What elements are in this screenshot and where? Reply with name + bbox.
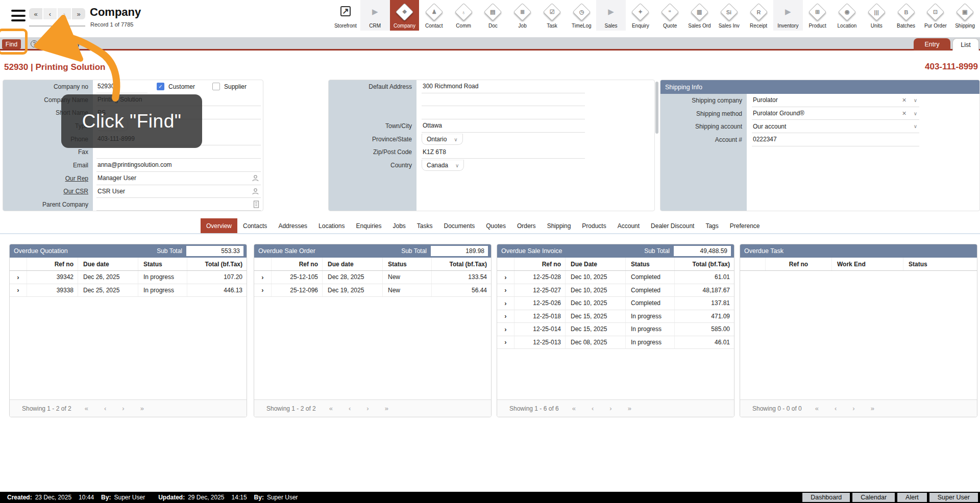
page-first-button[interactable]: « <box>572 405 576 412</box>
table-row[interactable]: ›39338Dec 25, 2025In progress446.13 <box>10 284 247 297</box>
page-prev-button[interactable]: ‹ <box>835 405 837 412</box>
page-prev-button[interactable]: ‹ <box>104 405 106 412</box>
app-doc[interactable]: ▤Doc <box>478 0 508 31</box>
app-task[interactable]: ☑Task <box>537 0 567 31</box>
page-next-button[interactable]: › <box>122 405 124 412</box>
table-row[interactable]: ›12-25-028Dec 10, 2025Completed61.01 <box>497 271 734 284</box>
app-location[interactable]: ◉Location <box>832 0 862 31</box>
search-history[interactable]: ? Search history <box>31 40 80 47</box>
tab-documents[interactable]: Documents <box>438 218 481 233</box>
address-line2-field[interactable] <box>422 93 585 107</box>
page-next-button[interactable]: › <box>852 405 854 412</box>
tab-tags[interactable]: Tags <box>700 218 724 233</box>
table-row[interactable]: ›12-25-026Dec 10, 2025Completed137.81 <box>497 297 734 310</box>
page-first-button[interactable]: « <box>329 405 333 412</box>
tab-dealer-discount[interactable]: Dealer Discount <box>645 218 700 233</box>
table-row[interactable]: ›12-25-018Dec 15, 2025In progress471.09 <box>497 310 734 323</box>
page-last-button[interactable]: » <box>628 405 631 412</box>
expand-row-icon[interactable]: › <box>17 286 19 294</box>
expand-row-icon[interactable]: › <box>504 338 506 346</box>
app-inventory[interactable]: ▶Inventory <box>773 0 803 31</box>
clear-icon[interactable]: × <box>902 109 906 117</box>
next-record-button[interactable]: › <box>58 8 71 19</box>
company-no-field[interactable]: 52930 <box>96 80 148 93</box>
page-first-button[interactable]: « <box>815 405 819 412</box>
tab-contacts[interactable]: Contacts <box>237 218 273 233</box>
chevron-down-icon[interactable]: ∨ <box>914 123 917 129</box>
expand-row-icon[interactable]: › <box>504 286 506 294</box>
chevron-down-icon[interactable]: ∨ <box>914 111 917 116</box>
table-row[interactable]: ›39342Dec 26, 2025In progress107.20 <box>10 271 247 284</box>
app-company[interactable]: ❖Company <box>390 0 420 31</box>
dashboard-button[interactable]: Dashboard <box>802 493 850 502</box>
tab-overview[interactable]: Overview <box>201 218 237 233</box>
previous-record-button[interactable]: ‹ <box>43 8 57 19</box>
customer-checkbox[interactable]: ✓ <box>157 83 164 90</box>
clear-icon[interactable]: × <box>902 96 906 104</box>
our-csr-field[interactable]: CSR User <box>96 185 261 198</box>
page-prev-button[interactable]: ‹ <box>592 405 594 412</box>
app-shipping[interactable]: ▣Shipping <box>950 0 980 31</box>
email-field[interactable]: anna@printingsolution.com <box>96 159 261 172</box>
list-view-tab[interactable]: List <box>952 38 979 51</box>
zip-post-code-field[interactable]: K1Z 6T8 <box>422 145 585 159</box>
address-line1-field[interactable]: 300 Richmond Road <box>422 80 585 93</box>
table-row[interactable]: ›12-25-027Dec 10, 2025Completed48,187.67 <box>497 284 734 297</box>
user-button[interactable]: Super User <box>929 493 978 502</box>
our-rep-link[interactable]: Our Rep <box>3 172 93 185</box>
expand-row-icon[interactable]: › <box>504 325 506 333</box>
app-comm[interactable]: ♁Comm <box>449 0 478 31</box>
expand-row-icon[interactable]: › <box>504 299 506 307</box>
app-batches[interactable]: BBatches <box>891 0 921 31</box>
tab-enquiries[interactable]: Enquiries <box>350 218 387 233</box>
table-row[interactable]: ›25-12-105Dec 28, 2025New133.54 <box>254 271 491 284</box>
expand-row-icon[interactable]: › <box>17 273 19 281</box>
app-storefront[interactable]: ↗Storefront <box>331 0 360 31</box>
our-csr-link[interactable]: Our CSR <box>3 185 93 198</box>
address-line3-field[interactable] <box>422 106 585 119</box>
last-record-button[interactable]: » <box>72 8 85 19</box>
tab-tasks[interactable]: Tasks <box>411 218 438 233</box>
hamburger-menu-icon[interactable] <box>11 10 26 21</box>
shipping-account-field[interactable]: Our account ∨ <box>752 120 919 133</box>
table-row[interactable]: ›25-12-096Dec 19, 2025New56.44 <box>254 284 491 297</box>
app-contact[interactable]: ♟Contact <box>419 0 449 31</box>
app-job[interactable]: ≣Job <box>508 0 537 31</box>
page-next-button[interactable]: › <box>609 405 611 412</box>
scrollbar[interactable] <box>655 82 658 134</box>
tab-locations[interactable]: Locations <box>313 218 350 233</box>
expand-row-icon[interactable]: › <box>261 273 263 281</box>
tab-jobs[interactable]: Jobs <box>387 218 411 233</box>
page-next-button[interactable]: › <box>366 405 369 412</box>
page-last-button[interactable]: » <box>871 405 874 412</box>
town-city-field[interactable]: Ottawa <box>422 119 585 133</box>
page-prev-button[interactable]: ‹ <box>349 405 351 412</box>
tab-products[interactable]: Products <box>576 218 611 233</box>
app-sales-ord[interactable]: ▥Sales Ord <box>685 0 715 31</box>
page-last-button[interactable]: » <box>385 405 388 412</box>
account-number-field[interactable]: 0222347 <box>752 133 919 146</box>
app-crm[interactable]: ▶CRM <box>360 0 390 31</box>
alert-button[interactable]: Alert <box>897 493 927 502</box>
shipping-method-field[interactable]: Purolator Ground® ×∨ <box>752 107 919 120</box>
app-enquiry[interactable]: ✦Enquiry <box>626 0 655 31</box>
app-timelog[interactable]: ◷TimeLog <box>567 0 596 31</box>
chevron-down-icon[interactable]: ∨ <box>914 97 917 103</box>
our-rep-field[interactable]: Manager User <box>96 172 261 185</box>
expand-row-icon[interactable]: › <box>504 312 506 320</box>
shipping-company-field[interactable]: Purolator ×∨ <box>752 94 919 107</box>
parent-company-field[interactable] <box>96 198 261 211</box>
app-sales-inv[interactable]: SiSales Inv <box>714 0 744 31</box>
app-pur-order[interactable]: ⊡Pur Order <box>921 0 950 31</box>
province-select[interactable]: Ontario∨ <box>422 134 463 145</box>
first-record-button[interactable]: « <box>29 8 42 19</box>
app-sales[interactable]: ▶Sales <box>596 0 626 31</box>
tab-addresses[interactable]: Addresses <box>273 218 313 233</box>
country-select[interactable]: Canada∨ <box>422 160 464 171</box>
app-receipt[interactable]: RReceipt <box>744 0 773 31</box>
tab-orders[interactable]: Orders <box>511 218 542 233</box>
expand-row-icon[interactable]: › <box>504 273 506 281</box>
table-row[interactable]: ›12-25-014Dec 15, 2025In progress585.00 <box>497 323 734 336</box>
supplier-checkbox[interactable] <box>212 83 220 90</box>
page-first-button[interactable]: « <box>85 405 88 412</box>
